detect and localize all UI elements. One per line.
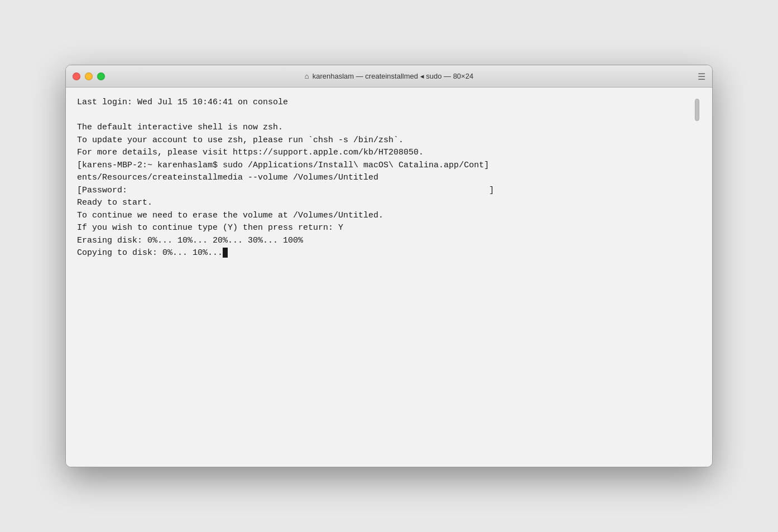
- terminal-output: Last login: Wed Jul 15 10:46:41 on conso…: [77, 96, 693, 458]
- close-button[interactable]: [73, 72, 80, 80]
- title-bar-center: ⌂ karenhaslam — createinstallmed ◂ sudo …: [305, 72, 473, 80]
- scrollbar-icon: ☰: [698, 71, 705, 81]
- terminal-window: ⌂ karenhaslam — createinstallmed ◂ sudo …: [65, 65, 713, 467]
- maximize-button[interactable]: [97, 72, 105, 80]
- minimize-button[interactable]: [85, 72, 93, 80]
- terminal-body[interactable]: Last login: Wed Jul 15 10:46:41 on conso…: [66, 88, 712, 467]
- scrollbar-thumb[interactable]: [695, 99, 699, 121]
- scrollbar-track[interactable]: [693, 96, 701, 458]
- house-icon: ⌂: [305, 72, 309, 80]
- terminal-cursor: [223, 248, 228, 258]
- window-title: karenhaslam — createinstallmed ◂ sudo — …: [313, 72, 473, 80]
- traffic-lights: [73, 72, 105, 80]
- title-bar: ⌂ karenhaslam — createinstallmed ◂ sudo …: [66, 65, 712, 88]
